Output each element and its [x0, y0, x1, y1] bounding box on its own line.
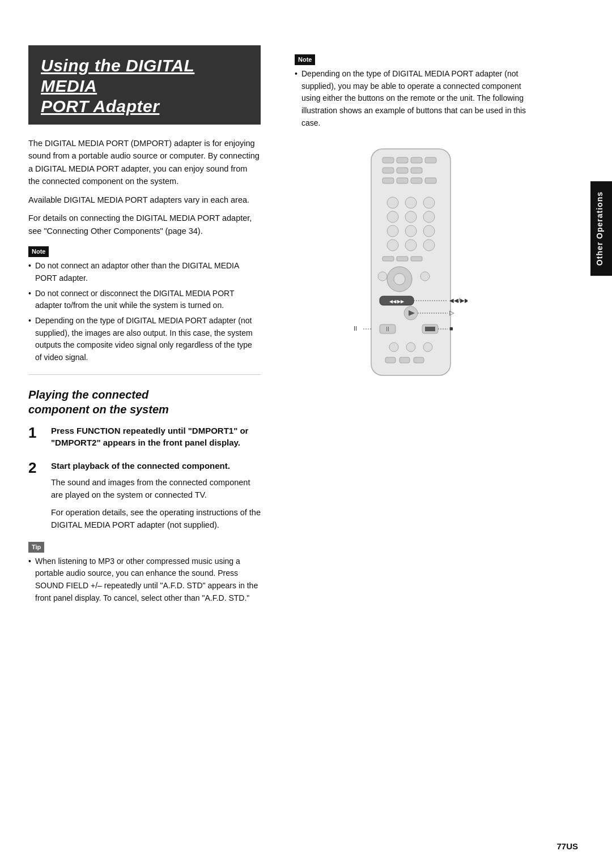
step-2-number: 2 [28, 460, 46, 476]
step-1: 1 Press FUNCTION repeatedly until "DMPOR… [28, 425, 261, 451]
svg-point-19 [405, 225, 416, 237]
intro-para3: For details on connecting the DIGITAL ME… [28, 212, 261, 237]
tip-label: Tip [28, 542, 44, 553]
step-2-body2: For operation details, see the operating… [51, 506, 261, 532]
svg-rect-6 [397, 168, 408, 173]
note-block-1: Note Do not connect an adaptor other tha… [28, 245, 261, 364]
svg-rect-1 [382, 157, 394, 163]
svg-rect-7 [411, 168, 422, 173]
section-divider [28, 374, 261, 375]
svg-point-20 [423, 225, 435, 237]
sidebar-tab: Other Operations [590, 181, 612, 276]
right-note-block: Note Depending on the type of DIGITAL ME… [295, 53, 527, 129]
section-heading: Playing the connected component on the s… [28, 387, 261, 417]
svg-rect-52 [414, 357, 424, 363]
step-1-number: 1 [28, 425, 46, 441]
tip-list: When listening to MP3 or other compresse… [28, 555, 261, 605]
step-2-content: Start playback of the connected componen… [51, 460, 261, 532]
page-title-block: Using the DIGITAL MEDIA PORT Adapter [28, 45, 261, 125]
svg-point-22 [405, 240, 416, 251]
left-column: Using the DIGITAL MEDIA PORT Adapter The… [0, 23, 278, 845]
svg-point-18 [387, 225, 398, 237]
svg-rect-11 [425, 178, 436, 183]
svg-point-49 [423, 343, 432, 352]
remote-svg: ◀◀/▶▶ ◀◀/▶▶ ▷ II II [354, 146, 468, 384]
svg-rect-51 [400, 357, 410, 363]
svg-rect-44 [425, 327, 435, 331]
svg-point-29 [378, 272, 387, 281]
note-label-1: Note [28, 246, 49, 257]
svg-rect-5 [382, 168, 394, 173]
svg-point-17 [423, 211, 435, 223]
step-2-body1: The sound and images from the connected … [51, 476, 261, 502]
intro-para1: The DIGITAL MEDIA PORT (DMPORT) adapter … [28, 137, 261, 188]
svg-text:■: ■ [449, 325, 453, 332]
svg-text:◀◀/▶▶: ◀◀/▶▶ [449, 297, 468, 303]
step-1-content: Press FUNCTION repeatedly until "DMPORT1… [51, 425, 261, 451]
svg-rect-26 [411, 256, 422, 261]
svg-point-48 [406, 343, 415, 352]
steps-container: 1 Press FUNCTION repeatedly until "DMPOR… [28, 425, 261, 532]
svg-rect-50 [385, 357, 396, 363]
note-list-1: Do not connect an adaptor other than the… [28, 260, 261, 364]
svg-point-21 [387, 240, 398, 251]
svg-point-30 [420, 272, 430, 281]
svg-text:II: II [386, 326, 389, 332]
svg-rect-8 [382, 178, 394, 183]
svg-point-28 [394, 273, 405, 285]
right-note-list: Depending on the type of DIGITAL MEDIA P… [295, 68, 527, 129]
intro-para2: Available DIGITAL MEDIA PORT adapters va… [28, 194, 261, 206]
svg-rect-9 [397, 178, 408, 183]
svg-point-47 [389, 343, 398, 352]
svg-point-14 [423, 197, 435, 208]
svg-point-23 [423, 240, 435, 251]
tip-item: When listening to MP3 or other compresse… [28, 555, 261, 605]
right-note-label: Note [295, 54, 315, 65]
svg-text:◀◀/▶▶: ◀◀/▶▶ [389, 299, 405, 304]
svg-point-15 [387, 211, 398, 223]
step-1-title: Press FUNCTION repeatedly until "DMPORT1… [51, 425, 261, 448]
svg-point-16 [405, 211, 416, 223]
page-title: Using the DIGITAL MEDIA PORT Adapter [41, 55, 248, 117]
right-column: Note Depending on the type of DIGITAL ME… [278, 23, 567, 845]
svg-rect-3 [411, 157, 422, 163]
svg-point-12 [387, 197, 398, 208]
svg-rect-2 [397, 157, 408, 163]
remote-illustration: ◀◀/▶▶ ◀◀/▶▶ ▷ II II [354, 146, 468, 386]
right-note-item: Depending on the type of DIGITAL MEDIA P… [295, 68, 527, 129]
svg-text:II: II [354, 325, 357, 332]
svg-rect-25 [397, 256, 408, 261]
note-item: Do not connect or disconnect the DIGITAL… [28, 288, 261, 312]
svg-rect-24 [382, 256, 394, 261]
svg-rect-4 [425, 157, 436, 163]
svg-rect-10 [411, 178, 422, 183]
step-2-title: Start playback of the connected componen… [51, 460, 261, 472]
step-2: 2 Start playback of the connected compon… [28, 460, 261, 532]
svg-point-13 [405, 197, 416, 208]
note-item: Do not connect an adaptor other than the… [28, 260, 261, 284]
svg-text:▷: ▷ [449, 309, 454, 316]
tip-block: Tip When listening to MP3 or other compr… [28, 541, 261, 605]
page-number: 77US [556, 841, 578, 851]
note-item: Depending on the type of DIGITAL MEDIA P… [28, 315, 261, 364]
